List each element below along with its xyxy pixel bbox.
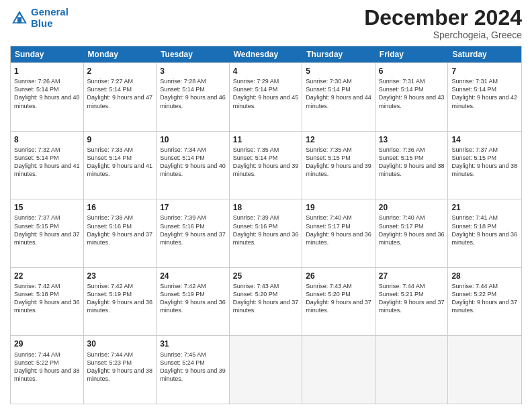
- calendar-header: SundayMondayTuesdayWednesdayThursdayFrid…: [11, 46, 521, 62]
- day-cell-25: 25Sunrise: 7:43 AMSunset: 5:20 PMDayligh…: [230, 268, 303, 336]
- day-data: Sunrise: 7:39 AMSunset: 5:16 PMDaylight:…: [233, 214, 299, 246]
- day-data: Sunrise: 7:31 AMSunset: 5:14 PMDaylight:…: [451, 77, 518, 110]
- empty-cell: [375, 336, 449, 404]
- day-number: 18: [233, 202, 299, 213]
- day-number: 15: [14, 202, 80, 213]
- day-number: 19: [306, 202, 371, 213]
- day-data: Sunrise: 7:43 AMSunset: 5:20 PMDaylight:…: [233, 282, 299, 315]
- day-cell-24: 24Sunrise: 7:42 AMSunset: 5:19 PMDayligh…: [157, 268, 230, 336]
- empty-cell: [448, 336, 521, 404]
- day-cell-10: 10Sunrise: 7:34 AMSunset: 5:14 PMDayligh…: [157, 132, 230, 199]
- day-cell-9: 9Sunrise: 7:33 AMSunset: 5:14 PMDaylight…: [84, 132, 157, 199]
- day-data: Sunrise: 7:42 AMSunset: 5:18 PMDaylight:…: [14, 282, 80, 315]
- day-header-sunday: Sunday: [11, 46, 84, 62]
- day-header-tuesday: Tuesday: [157, 46, 230, 62]
- day-number: 12: [306, 134, 371, 145]
- day-number: 22: [14, 271, 80, 281]
- day-cell-15: 15Sunrise: 7:37 AMSunset: 5:15 PMDayligh…: [11, 199, 84, 267]
- day-number: 28: [451, 271, 518, 281]
- day-number: 6: [379, 66, 445, 77]
- calendar-body: 1Sunrise: 7:26 AMSunset: 5:14 PMDaylight…: [11, 62, 521, 404]
- day-data: Sunrise: 7:26 AMSunset: 5:14 PMDaylight:…: [14, 77, 80, 110]
- day-data: Sunrise: 7:41 AMSunset: 5:18 PMDaylight:…: [451, 214, 518, 246]
- day-data: Sunrise: 7:35 AMSunset: 5:14 PMDaylight:…: [233, 146, 299, 179]
- location: Sperchogeia, Greece: [364, 30, 522, 40]
- day-cell-22: 22Sunrise: 7:42 AMSunset: 5:18 PMDayligh…: [11, 268, 84, 336]
- day-number: 17: [160, 202, 226, 213]
- day-data: Sunrise: 7:38 AMSunset: 5:16 PMDaylight:…: [87, 214, 153, 246]
- calendar-week-5: 29Sunrise: 7:44 AMSunset: 5:22 PMDayligh…: [11, 335, 521, 404]
- day-number: 13: [379, 134, 445, 145]
- day-data: Sunrise: 7:37 AMSunset: 5:15 PMDaylight:…: [14, 214, 80, 246]
- day-data: Sunrise: 7:30 AMSunset: 5:14 PMDaylight:…: [306, 77, 371, 110]
- day-number: 20: [379, 202, 445, 213]
- day-cell-14: 14Sunrise: 7:37 AMSunset: 5:15 PMDayligh…: [448, 132, 521, 199]
- day-number: 24: [160, 271, 226, 281]
- day-header-friday: Friday: [375, 46, 449, 62]
- day-data: Sunrise: 7:40 AMSunset: 5:17 PMDaylight:…: [379, 214, 445, 246]
- day-number: 30: [87, 338, 153, 349]
- day-cell-27: 27Sunrise: 7:44 AMSunset: 5:21 PMDayligh…: [375, 268, 449, 336]
- calendar: SundayMondayTuesdayWednesdayThursdayFrid…: [10, 46, 522, 404]
- day-number: 23: [87, 271, 153, 281]
- day-data: Sunrise: 7:39 AMSunset: 5:16 PMDaylight:…: [160, 214, 226, 246]
- day-data: Sunrise: 7:44 AMSunset: 5:22 PMDaylight:…: [14, 351, 80, 383]
- calendar-week-3: 15Sunrise: 7:37 AMSunset: 5:15 PMDayligh…: [11, 199, 521, 267]
- day-data: Sunrise: 7:42 AMSunset: 5:19 PMDaylight:…: [160, 282, 226, 315]
- header: General Blue December 2024 Sperchogeia, …: [10, 7, 522, 40]
- day-cell-3: 3Sunrise: 7:28 AMSunset: 5:14 PMDaylight…: [157, 63, 230, 131]
- day-header-monday: Monday: [84, 46, 157, 62]
- day-cell-6: 6Sunrise: 7:31 AMSunset: 5:14 PMDaylight…: [375, 63, 449, 131]
- month-title: December 2024: [364, 7, 522, 28]
- day-number: 2: [87, 66, 153, 77]
- day-cell-23: 23Sunrise: 7:42 AMSunset: 5:19 PMDayligh…: [84, 268, 157, 336]
- day-cell-26: 26Sunrise: 7:43 AMSunset: 5:20 PMDayligh…: [302, 268, 375, 336]
- day-cell-31: 31Sunrise: 7:45 AMSunset: 5:24 PMDayligh…: [157, 336, 230, 404]
- day-data: Sunrise: 7:27 AMSunset: 5:14 PMDaylight:…: [87, 77, 153, 110]
- day-cell-30: 30Sunrise: 7:44 AMSunset: 5:23 PMDayligh…: [84, 336, 157, 404]
- day-number: 16: [87, 202, 153, 213]
- day-cell-7: 7Sunrise: 7:31 AMSunset: 5:14 PMDaylight…: [448, 63, 521, 131]
- day-cell-19: 19Sunrise: 7:40 AMSunset: 5:17 PMDayligh…: [302, 199, 375, 267]
- day-number: 29: [14, 338, 80, 349]
- day-cell-17: 17Sunrise: 7:39 AMSunset: 5:16 PMDayligh…: [157, 199, 230, 267]
- day-data: Sunrise: 7:34 AMSunset: 5:14 PMDaylight:…: [160, 146, 226, 179]
- day-data: Sunrise: 7:36 AMSunset: 5:15 PMDaylight:…: [379, 146, 445, 179]
- day-cell-20: 20Sunrise: 7:40 AMSunset: 5:17 PMDayligh…: [375, 199, 449, 267]
- day-cell-4: 4Sunrise: 7:29 AMSunset: 5:14 PMDaylight…: [230, 63, 303, 131]
- day-cell-28: 28Sunrise: 7:44 AMSunset: 5:22 PMDayligh…: [448, 268, 521, 336]
- day-cell-16: 16Sunrise: 7:38 AMSunset: 5:16 PMDayligh…: [84, 199, 157, 267]
- day-data: Sunrise: 7:37 AMSunset: 5:15 PMDaylight:…: [451, 146, 518, 179]
- empty-cell: [230, 336, 303, 404]
- day-data: Sunrise: 7:40 AMSunset: 5:17 PMDaylight:…: [306, 214, 371, 246]
- day-cell-5: 5Sunrise: 7:30 AMSunset: 5:14 PMDaylight…: [302, 63, 375, 131]
- day-number: 11: [233, 134, 299, 145]
- day-data: Sunrise: 7:45 AMSunset: 5:24 PMDaylight:…: [160, 351, 226, 383]
- day-data: Sunrise: 7:44 AMSunset: 5:22 PMDaylight:…: [451, 282, 518, 315]
- logo-text: General Blue: [31, 7, 69, 29]
- day-data: Sunrise: 7:32 AMSunset: 5:14 PMDaylight:…: [14, 146, 80, 179]
- day-number: 26: [306, 271, 371, 281]
- title-section: December 2024 Sperchogeia, Greece: [364, 7, 522, 40]
- day-cell-8: 8Sunrise: 7:32 AMSunset: 5:14 PMDaylight…: [11, 132, 84, 199]
- day-cell-21: 21Sunrise: 7:41 AMSunset: 5:18 PMDayligh…: [448, 199, 521, 267]
- day-cell-13: 13Sunrise: 7:36 AMSunset: 5:15 PMDayligh…: [375, 132, 449, 199]
- day-number: 27: [379, 271, 445, 281]
- day-number: 31: [160, 338, 226, 349]
- day-number: 14: [451, 134, 518, 145]
- day-data: Sunrise: 7:44 AMSunset: 5:23 PMDaylight:…: [87, 351, 153, 383]
- day-cell-11: 11Sunrise: 7:35 AMSunset: 5:14 PMDayligh…: [230, 132, 303, 199]
- day-number: 1: [14, 66, 80, 77]
- day-header-saturday: Saturday: [448, 46, 521, 62]
- day-data: Sunrise: 7:29 AMSunset: 5:14 PMDaylight:…: [233, 77, 299, 110]
- day-number: 4: [233, 66, 299, 77]
- day-number: 5: [306, 66, 371, 77]
- svg-rect-3: [17, 17, 21, 23]
- generalblue-logo-icon: [10, 9, 29, 28]
- calendar-week-4: 22Sunrise: 7:42 AMSunset: 5:18 PMDayligh…: [11, 267, 521, 336]
- day-data: Sunrise: 7:28 AMSunset: 5:14 PMDaylight:…: [160, 77, 226, 110]
- day-cell-2: 2Sunrise: 7:27 AMSunset: 5:14 PMDaylight…: [84, 63, 157, 131]
- day-number: 10: [160, 134, 226, 145]
- calendar-week-1: 1Sunrise: 7:26 AMSunset: 5:14 PMDaylight…: [11, 62, 521, 131]
- day-cell-18: 18Sunrise: 7:39 AMSunset: 5:16 PMDayligh…: [230, 199, 303, 267]
